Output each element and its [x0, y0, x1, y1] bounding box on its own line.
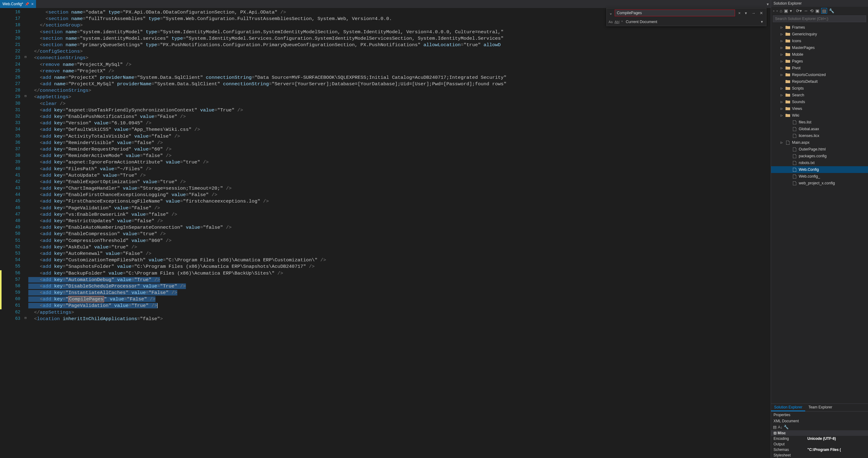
props-wrench-icon[interactable]: 🔧 [784, 425, 788, 429]
close-icon[interactable]: × [31, 2, 34, 6]
refresh-icon[interactable]: ▾ [790, 8, 792, 13]
document-tab-active[interactable]: Web.Config* 📌 × [0, 0, 36, 8]
code-line[interactable]: <add key="InstantiateAllCaches" value="F… [28, 289, 767, 296]
find-scope-dropdown[interactable]: ▾ [760, 19, 764, 25]
code-area[interactable]: <section name="odata" type="PX.Api.OData… [28, 8, 767, 458]
code-line[interactable]: </configSections> [28, 48, 767, 55]
code-editor[interactable]: 1617181920212223242526272829303132333435… [0, 8, 771, 458]
wrench-icon[interactable]: 🔧 [829, 8, 834, 13]
tree-expand-icon[interactable]: ▷ [780, 66, 783, 69]
tree-expand-icon[interactable]: ▷ [780, 39, 783, 42]
code-line[interactable]: <section name="system.identityModel" typ… [28, 29, 767, 35]
code-line[interactable]: <add key="AskEula" value="true" /> [28, 244, 767, 250]
preview-icon[interactable]: ▤ [821, 8, 827, 13]
code-line[interactable]: <add key="EnableAutoNumberingInSeparateC… [28, 224, 767, 231]
code-line[interactable]: <add key="RestrictUpdates" value="false"… [28, 218, 767, 224]
tree-item[interactable]: ReportsDefault [771, 78, 868, 85]
code-line[interactable]: <add key="DefaultWikiCSS" value="App_The… [28, 126, 767, 133]
code-line[interactable]: <add key="AutoRenewal" value="False" /> [28, 250, 767, 257]
code-line[interactable]: <remove name="ProjectX" /> [28, 68, 767, 74]
collapse-icon[interactable]: ↔ [804, 8, 808, 13]
sync-icon[interactable]: ▣ [784, 8, 788, 13]
find-whole-word[interactable]: Ab| [614, 20, 619, 24]
code-line[interactable]: <section name="system.identityModel.serv… [28, 35, 767, 42]
code-line[interactable]: <add key="CompilePages" value="False" /> [28, 296, 767, 303]
tree-item[interactable]: Web.config_ [771, 173, 868, 180]
code-line[interactable]: <connectionStrings> [28, 55, 767, 61]
filter-icon[interactable]: ⟳▾ [796, 8, 802, 13]
tree-item[interactable]: Global.asax [771, 126, 868, 132]
tree-item[interactable]: licenses.licx [771, 132, 868, 139]
prop-row[interactable]: EncodingUnicode (UTF-8) [771, 436, 868, 441]
tree-expand-icon[interactable]: ▷ [780, 26, 783, 29]
outline-margin[interactable]: ⊟⊟⊟ [23, 8, 28, 458]
tree-expand-icon[interactable]: ▷ [780, 100, 783, 103]
tree-item[interactable]: packages.config [771, 153, 868, 159]
code-line[interactable]: <add key="vs:EnableBrowserLink" value="f… [28, 211, 767, 218]
tree-item[interactable]: OuterPage.html [771, 146, 868, 153]
tree-item[interactable]: ▷MasterPages [771, 44, 868, 51]
tree-expand-icon[interactable]: ▷ [780, 107, 783, 110]
tree-item[interactable]: ▷Icons [771, 37, 868, 44]
code-line[interactable]: <add name="ProjectX" providerName="Syste… [28, 74, 767, 81]
show-all-icon[interactable]: ⟲ [810, 8, 813, 13]
tree-item[interactable]: ▷Sounds [771, 98, 868, 105]
home-icon[interactable]: ⌂ [780, 8, 782, 13]
tree-item[interactable]: ▷GenericInquiry [771, 31, 868, 37]
code-line[interactable]: <clear /> [28, 101, 767, 107]
code-line[interactable]: <add key="ReminderRequestPeriod" value="… [28, 146, 767, 153]
code-line[interactable]: <add key="SnapshotsFolder" value="C:\Pro… [28, 264, 767, 270]
tree-item[interactable]: ▷ReportsCustomized [771, 71, 868, 78]
solution-tree[interactable]: ▷Frames▷GenericInquiry▷Icons▷MasterPages… [771, 23, 868, 403]
properties-grid[interactable]: ⊟ MiscEncodingUnicode (UTF-8)OutputSchem… [771, 430, 868, 458]
tab-team-explorer[interactable]: Team Explorer [805, 404, 835, 411]
code-line[interactable]: <add key="FirstChanceExceptionsLogFileNa… [28, 198, 767, 205]
find-regex[interactable]: * [621, 20, 623, 24]
code-line[interactable]: <add key="ActivityTotalsVisible" value="… [28, 133, 767, 140]
properties-icon[interactable]: ▣ [815, 8, 819, 13]
alphabetize-icon[interactable]: A↓ [778, 425, 782, 429]
code-line[interactable]: </connectionStrings> [28, 87, 767, 94]
pin-icon[interactable]: 📌 [25, 2, 29, 6]
code-line[interactable]: <add key="DisableScheduleProcessor" valu… [28, 283, 767, 289]
prop-row[interactable]: Stylesheet [771, 453, 868, 458]
prop-value[interactable] [807, 453, 866, 457]
code-line[interactable]: <add key="ReminderActiveMode" value="fal… [28, 153, 767, 159]
prop-value[interactable] [807, 442, 866, 446]
tree-expand-icon[interactable]: ▷ [780, 46, 783, 49]
find-dropdown-icon[interactable]: ▾ [744, 10, 748, 16]
tree-item[interactable]: ▷Search [771, 92, 868, 98]
tree-expand-icon[interactable]: ▷ [780, 60, 783, 63]
prop-row[interactable]: Schemas"C:\Program Files ( [771, 447, 868, 453]
find-scope-select[interactable]: Current Document [624, 19, 758, 25]
overview-ruler[interactable] [767, 8, 771, 458]
tree-item[interactable]: ▷Pages [771, 58, 868, 65]
code-line[interactable]: <add key="EnableExportOptimization" valu… [28, 179, 767, 185]
code-line[interactable]: </appSettings> [28, 309, 767, 316]
code-line[interactable]: <add key="EnableCompression" value="true… [28, 231, 767, 237]
code-line[interactable]: <add key="AutomationDebug" value="True" … [28, 277, 767, 283]
tree-expand-icon[interactable]: ▷ [780, 114, 783, 117]
tree-item[interactable]: ▷Views [771, 105, 868, 112]
code-line[interactable]: <add key="AutoUpdate" value="True" /> [28, 172, 767, 179]
code-line[interactable]: <add key="FilesPath" value="~/Files" /> [28, 166, 767, 172]
nav-back-icon[interactable]: ◦ [773, 8, 774, 13]
code-line[interactable]: <add key="PageValidation" value="True" /… [28, 303, 767, 309]
prop-value[interactable]: "C:\Program Files ( [807, 448, 866, 452]
tree-expand-icon[interactable]: ▷ [780, 87, 783, 90]
tree-expand-icon[interactable]: ▷ [780, 33, 783, 36]
prop-value[interactable]: Unicode (UTF-8) [807, 436, 866, 441]
find-clear-icon[interactable]: × [737, 10, 742, 16]
code-line[interactable]: <location inheritInChildApplications="fa… [28, 316, 767, 322]
code-line[interactable]: <add key="ReminderVisible" value="false"… [28, 140, 767, 146]
find-match-case[interactable]: Aa [609, 20, 613, 24]
tree-item[interactable]: ▷Frames [771, 24, 868, 31]
code-line[interactable]: <section name="primaryQueueSettings" typ… [28, 42, 767, 48]
tree-item[interactable]: ▷Mobile [771, 51, 868, 58]
tree-item[interactable]: files.list [771, 119, 868, 126]
tree-expand-icon[interactable]: ▷ [780, 53, 783, 56]
code-line[interactable]: <appSettings> [28, 94, 767, 100]
code-line[interactable]: <add key="PageValidation" value="False" … [28, 205, 767, 211]
tree-item[interactable]: ▷Pivot [771, 65, 868, 71]
prop-row[interactable]: Output [771, 441, 868, 447]
